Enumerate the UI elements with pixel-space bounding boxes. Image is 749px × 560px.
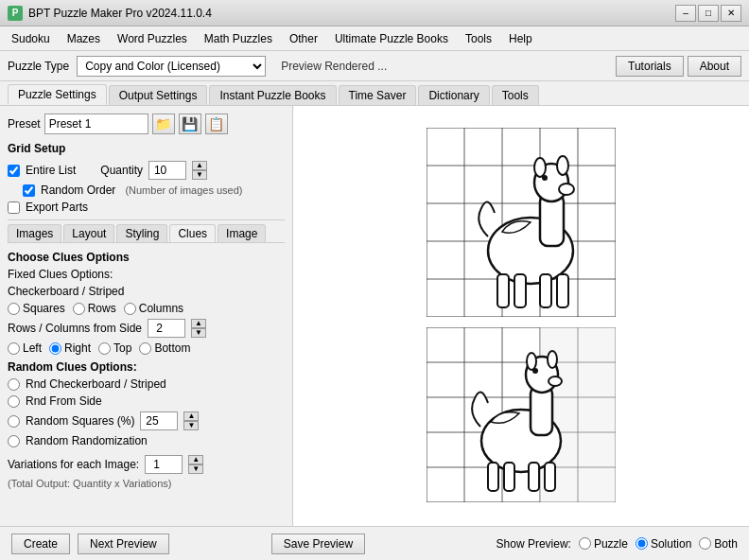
puzzle-radio[interactable]	[579, 537, 591, 550]
toolbar: Puzzle Type Copy and Color (Licensed) Pr…	[0, 51, 749, 81]
menu-word-puzzles[interactable]: Word Puzzles	[110, 29, 195, 48]
svg-rect-38	[488, 463, 498, 491]
left-option[interactable]: Left	[8, 341, 42, 355]
rnd-from-side-radio[interactable]	[8, 395, 20, 408]
save-preview-button[interactable]: Save Preview	[271, 534, 365, 554]
next-preview-button[interactable]: Next Preview	[78, 534, 169, 554]
variations-down[interactable]: ▼	[188, 464, 203, 474]
random-randomization-row: Random Randomization	[8, 434, 285, 447]
svg-rect-17	[514, 274, 526, 307]
quantity-input[interactable]	[148, 161, 186, 180]
menu-ultimate-puzzle-books[interactable]: Ultimate Puzzle Books	[327, 29, 456, 48]
svg-point-15	[542, 175, 548, 181]
left-radio[interactable]	[8, 342, 20, 355]
columns-radio[interactable]	[124, 303, 136, 315]
inner-tab-layout[interactable]: Layout	[63, 224, 114, 242]
export-parts-label: Export Parts	[26, 201, 88, 214]
right-option[interactable]: Right	[49, 341, 91, 355]
window-controls: – □ ✕	[675, 5, 741, 22]
menu-mazes[interactable]: Mazes	[60, 29, 108, 48]
export-parts-checkbox[interactable]	[8, 201, 20, 214]
inner-tab-clues[interactable]: Clues	[169, 224, 216, 242]
quantity-down[interactable]: ▼	[192, 170, 207, 180]
inner-tab-images[interactable]: Images	[8, 224, 61, 242]
right-panel	[293, 106, 749, 526]
puzzle-radio-text: Puzzle	[594, 537, 628, 551]
variations-input[interactable]	[145, 455, 183, 474]
preset-input[interactable]	[44, 114, 148, 134]
inner-tab-image[interactable]: Image	[218, 224, 266, 242]
rows-radio[interactable]	[73, 303, 85, 315]
svg-rect-41	[545, 463, 555, 491]
open-preset-button[interactable]: 📁	[152, 114, 175, 134]
menu-math-puzzles[interactable]: Math Puzzles	[197, 29, 280, 48]
clues-content: Choose Clues Options Fixed Clues Options…	[8, 251, 285, 489]
top-radio[interactable]	[98, 342, 111, 355]
puzzle-radio-label[interactable]: Puzzle	[579, 537, 628, 551]
bottom-radio[interactable]	[139, 342, 151, 355]
rnd-checkerboard-radio[interactable]	[8, 378, 20, 391]
random-order-row: Random Order (Number of images used)	[23, 184, 285, 197]
app-title: BPT Puzzle Maker Pro v2024.11.0.4	[28, 7, 212, 20]
puzzle-type-select[interactable]: Copy and Color (Licensed)	[77, 56, 266, 77]
squares-radio[interactable]	[8, 303, 20, 315]
right-radio[interactable]	[49, 342, 61, 355]
tab-time-saver[interactable]: Time Saver	[339, 85, 417, 105]
random-squares-radio[interactable]	[8, 415, 20, 428]
menu-other[interactable]: Other	[282, 29, 325, 48]
solution-radio-text: Solution	[651, 537, 691, 551]
random-squares-row: Random Squares (%) ▲ ▼	[8, 411, 285, 430]
svg-point-13	[557, 156, 568, 175]
svg-point-37	[532, 368, 538, 374]
side-options: Left Right Top Bottom	[8, 341, 285, 355]
rows-cols-up[interactable]: ▲	[191, 319, 206, 328]
inner-tab-styling[interactable]: Styling	[116, 224, 167, 242]
quantity-up[interactable]: ▲	[192, 161, 207, 170]
variations-up[interactable]: ▲	[188, 455, 203, 464]
minimize-button[interactable]: –	[675, 5, 696, 22]
top-option[interactable]: Top	[98, 341, 131, 355]
columns-option[interactable]: Columns	[124, 302, 183, 315]
left-label: Left	[23, 341, 42, 355]
random-squares-down[interactable]: ▼	[183, 421, 199, 430]
rnd-from-side-label: Rnd From Side	[26, 394, 102, 408]
rows-cols-input[interactable]	[148, 319, 185, 338]
tab-puzzle-settings[interactable]: Puzzle Settings	[8, 84, 107, 105]
total-output-label: (Total Output: Quantity x Variations)	[8, 478, 285, 489]
close-button[interactable]: ✕	[721, 5, 741, 22]
create-button[interactable]: Create	[11, 534, 70, 554]
random-squares-up[interactable]: ▲	[183, 411, 199, 421]
preset-row: Preset 📁 💾 📋	[8, 114, 285, 134]
tab-instant-puzzle-books[interactable]: Instant Puzzle Books	[209, 85, 336, 105]
checkerboard-options: Squares Rows Columns	[8, 302, 285, 315]
rows-option[interactable]: Rows	[73, 302, 116, 315]
entire-list-checkbox[interactable]	[8, 165, 20, 177]
svg-rect-40	[529, 463, 539, 491]
squares-option[interactable]: Squares	[8, 302, 65, 315]
svg-point-35	[548, 351, 557, 368]
main-tab-row: Puzzle Settings Output Settings Instant …	[0, 81, 749, 106]
maximize-button[interactable]: □	[698, 5, 719, 22]
svg-rect-16	[497, 274, 509, 307]
rnd-from-side-row: Rnd From Side	[8, 394, 285, 408]
solution-radio[interactable]	[636, 537, 648, 550]
menu-help[interactable]: Help	[501, 29, 540, 48]
random-order-checkbox[interactable]	[23, 184, 35, 197]
about-button[interactable]: About	[688, 56, 741, 77]
random-squares-input[interactable]	[140, 411, 178, 430]
tab-dictionary[interactable]: Dictionary	[418, 85, 489, 105]
tutorials-button[interactable]: Tutorials	[616, 56, 684, 77]
menu-tools[interactable]: Tools	[458, 29, 499, 48]
random-randomization-radio[interactable]	[8, 435, 20, 447]
rows-cols-down[interactable]: ▼	[191, 328, 206, 338]
save-preset-button[interactable]: 💾	[179, 114, 201, 134]
bottom-option[interactable]: Bottom	[139, 341, 190, 355]
both-radio[interactable]	[699, 537, 711, 550]
solution-radio-label[interactable]: Solution	[636, 537, 691, 551]
save-as-preset-button[interactable]: 📋	[205, 114, 228, 134]
tab-tools[interactable]: Tools	[492, 85, 539, 105]
app-icon: P	[8, 6, 23, 21]
both-radio-label[interactable]: Both	[699, 537, 738, 551]
menu-sudoku[interactable]: Sudoku	[4, 29, 58, 48]
tab-output-settings[interactable]: Output Settings	[109, 85, 208, 105]
